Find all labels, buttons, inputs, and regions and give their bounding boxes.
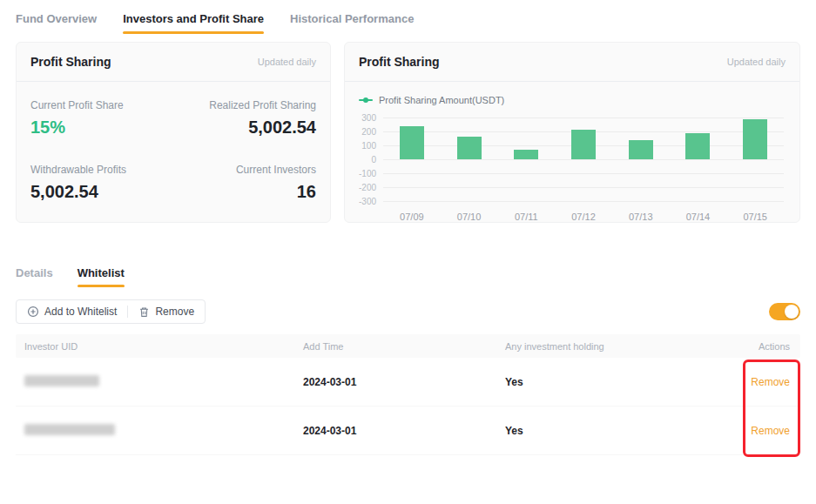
metric-value: 16	[173, 182, 316, 202]
stats-grid: Current Profit Share 15% Realized Profit…	[17, 82, 330, 219]
chart-legend: Profit Sharing Amount(USDT)	[359, 95, 786, 105]
bar-07-10	[457, 137, 482, 159]
x-tick-label: 07/12	[555, 212, 612, 222]
chart-updated-label: Updated daily	[727, 57, 786, 67]
tab-investors-and-profit-share[interactable]: Investors and Profit Share	[123, 12, 264, 34]
top-tab-bar: Fund Overview Investors and Profit Share…	[0, 0, 816, 34]
metric-label: Realized Profit Sharing	[173, 99, 316, 111]
x-tick-label: 07/10	[441, 212, 498, 222]
metric-value: 5,002.54	[30, 182, 173, 202]
table-row: 2024-03-01 Yes Remove	[16, 407, 800, 455]
metric-label: Current Investors	[173, 164, 316, 176]
actions-cell: Remove	[725, 425, 800, 437]
remove-button[interactable]: Remove	[128, 300, 205, 323]
profit-sharing-chart-card: Profit Sharing Updated daily Profit Shar…	[344, 42, 800, 223]
subtab-details[interactable]: Details	[16, 266, 53, 287]
metric-current-investors: Current Investors 16	[173, 164, 316, 202]
gridline	[383, 173, 784, 174]
tab-historical-performance[interactable]: Historical Performance	[290, 12, 414, 34]
legend-marker-icon	[359, 97, 373, 103]
gridline	[383, 159, 784, 160]
header-any-investment-holding: Any investment holding	[496, 341, 725, 352]
gridline	[383, 187, 784, 188]
chart-card-header: Profit Sharing Updated daily	[345, 43, 799, 82]
metric-value: 15%	[30, 118, 173, 138]
toggle-knob	[785, 305, 799, 319]
metric-withdrawable-profits: Withdrawable Profits 5,002.54	[30, 164, 173, 202]
remove-link[interactable]: Remove	[751, 425, 790, 437]
whitelist-actions-group: Add to Whitelist Remove	[16, 299, 206, 324]
header-add-time: Add Time	[294, 341, 496, 352]
actions-cell: Remove	[725, 376, 800, 388]
bar-chart: 3002001000-100-200-300	[355, 118, 784, 201]
remove-button-label: Remove	[155, 306, 194, 318]
bar-07-09	[400, 126, 424, 159]
x-tick-label: 07/09	[383, 212, 441, 222]
summary-cards-row: Profit Sharing Updated daily Current Pro…	[16, 42, 800, 223]
x-tick-label: 07/14	[670, 212, 727, 222]
y-tick-label: 200	[361, 127, 376, 137]
tab-fund-overview[interactable]: Fund Overview	[16, 12, 97, 34]
investor-uid-blurred	[24, 375, 99, 386]
table-row: 2024-03-01 Yes Remove	[16, 358, 800, 407]
stats-card-header: Profit Sharing Updated daily	[17, 43, 330, 82]
chart-card-title: Profit Sharing	[359, 55, 440, 69]
y-tick-label: 0	[371, 155, 376, 165]
y-tick-label: -200	[359, 183, 376, 192]
add-to-whitelist-button[interactable]: Add to Whitelist	[17, 300, 127, 323]
gridline	[383, 201, 784, 202]
header-investor-uid: Investor UID	[16, 341, 294, 352]
metric-value: 5,002.54	[173, 118, 316, 138]
investor-uid-cell	[16, 375, 294, 389]
metric-realized-profit-sharing: Realized Profit Sharing 5,002.54	[173, 99, 316, 138]
profit-sharing-stats-card: Profit Sharing Updated daily Current Pro…	[16, 42, 331, 223]
metric-label: Withdrawable Profits	[30, 164, 173, 176]
stats-card-title: Profit Sharing	[30, 55, 111, 69]
bar-07-14	[685, 133, 710, 159]
table-header-row: Investor UID Add Time Any investment hol…	[16, 334, 800, 358]
gridline	[383, 118, 784, 118]
x-tick-label: 07/15	[726, 212, 784, 222]
legend-label: Profit Sharing Amount(USDT)	[379, 95, 504, 105]
y-tick-label: 100	[361, 141, 376, 151]
add-to-whitelist-label: Add to Whitelist	[44, 306, 117, 318]
bar-07-15	[743, 119, 767, 159]
y-tick-label: -100	[359, 169, 376, 178]
investor-uid-cell	[16, 424, 294, 438]
y-tick-label: 300	[361, 113, 376, 123]
remove-link[interactable]: Remove	[751, 376, 790, 388]
chart-x-axis: 07/0907/1007/1107/1207/1307/1407/15	[383, 212, 784, 222]
trash-icon	[138, 306, 150, 318]
header-actions: Actions	[725, 341, 800, 352]
metric-label: Current Profit Share	[30, 99, 173, 111]
holding-cell: Yes	[496, 425, 725, 437]
bar-07-11	[514, 150, 538, 159]
metric-current-profit-share: Current Profit Share 15%	[30, 99, 173, 138]
chart-plot	[383, 118, 784, 201]
whitelist-toggle[interactable]	[769, 303, 800, 320]
bar-07-13	[629, 140, 653, 159]
whitelist-table: Investor UID Add Time Any investment hol…	[16, 334, 800, 455]
subtab-whitelist[interactable]: Whitelist	[78, 266, 125, 287]
y-tick-label: -300	[359, 197, 376, 206]
add-time-cell: 2024-03-01	[294, 425, 496, 437]
fund-management-page: Fund Overview Investors and Profit Share…	[0, 0, 816, 504]
add-to-whitelist-icon	[27, 306, 39, 318]
whitelist-toolbar: Add to Whitelist Remove	[16, 299, 800, 324]
bar-07-12	[571, 130, 596, 159]
chart-y-axis: 3002001000-100-200-300	[355, 118, 383, 201]
investor-uid-blurred	[24, 424, 115, 435]
stats-updated-label: Updated daily	[258, 57, 316, 67]
x-tick-label: 07/13	[612, 212, 670, 222]
sub-tab-bar: Details Whitelist	[16, 266, 800, 287]
holding-cell: Yes	[496, 376, 725, 388]
add-time-cell: 2024-03-01	[294, 376, 496, 388]
x-tick-label: 07/11	[497, 212, 555, 222]
